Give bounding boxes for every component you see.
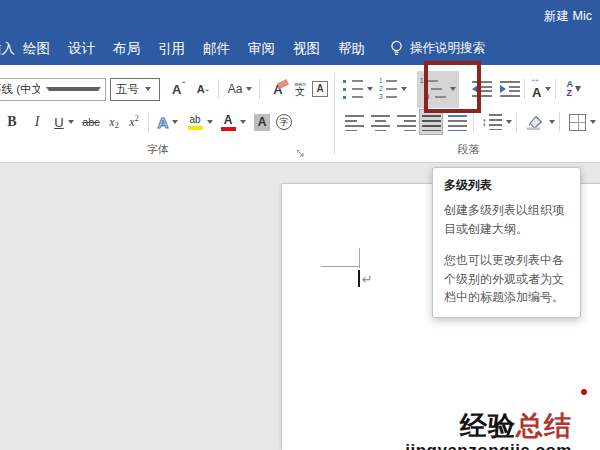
character-shading-icon: A — [254, 114, 271, 131]
word-window: 新建 Mic 插入 绘图 设计 布局 引用 邮件 审阅 视图 帮助 操作说明搜索 — [0, 0, 600, 450]
separator — [148, 112, 149, 132]
align-right-icon — [397, 114, 416, 131]
asian-layout-button[interactable]: A — [532, 77, 551, 101]
tooltip-paragraph-1: 创建多级列表以组织项目或创建大纲。 — [444, 201, 569, 238]
justify-icon — [422, 114, 441, 131]
text-effects-button[interactable]: A — [153, 110, 183, 134]
borders-button[interactable] — [569, 110, 596, 134]
sort-icon: A Z — [566, 80, 573, 98]
tab-insert-partial[interactable]: 插入 — [0, 40, 21, 58]
sort-button[interactable]: A Z — [566, 77, 581, 101]
numbering-icon: 1 2 3 — [379, 77, 397, 101]
strikethrough-button[interactable]: abc — [78, 110, 104, 134]
shrink-font-button[interactable]: Aˇ — [190, 77, 214, 101]
decrease-indent-button[interactable] — [472, 77, 492, 101]
tab-view[interactable]: 视图 — [287, 40, 326, 58]
tooltip-title: 多级列表 — [444, 177, 569, 194]
shrink-font-icon: A — [197, 83, 205, 95]
sort-arrow-icon — [575, 86, 581, 92]
bold-button[interactable]: B — [2, 110, 22, 134]
align-center-button[interactable] — [369, 110, 391, 134]
tab-references[interactable]: 引用 — [152, 40, 191, 58]
separator — [555, 79, 556, 99]
clear-formatting-button[interactable]: A — [266, 77, 290, 101]
chevron-down-icon — [545, 87, 551, 91]
tooltip-paragraph-2: 您也可以更改列表中各个级别的外观或者为文档中的标题添加编号。 — [444, 251, 569, 307]
chevron-down-icon — [172, 120, 178, 124]
font-color-button[interactable]: A — [217, 110, 249, 134]
enclose-characters-button[interactable]: 字 — [273, 110, 295, 134]
align-center-icon — [371, 114, 390, 131]
pinyin-char: 文 — [295, 87, 305, 97]
chevron-down-icon — [549, 120, 555, 124]
paragraph-group: 1 2 3 1 a i — [337, 65, 600, 162]
font-group-row1: 等线 (中文正文) 五号 Aˆ Aˇ Aa — [0, 76, 332, 102]
chevron-down-icon — [68, 120, 74, 124]
character-shading-button[interactable]: A — [251, 110, 273, 134]
chevron-down-icon — [240, 120, 246, 124]
font-dialog-launcher[interactable] — [295, 145, 306, 156]
font-group-label: 字体 — [0, 142, 332, 157]
bullets-button[interactable] — [343, 77, 373, 101]
font-size-combobox[interactable]: 五号 — [110, 78, 160, 101]
tab-design[interactable]: 设计 — [62, 40, 101, 58]
tab-mailings[interactable]: 邮件 — [197, 40, 236, 58]
text-cursor — [358, 270, 360, 287]
align-left-button[interactable] — [343, 110, 365, 134]
paragraph-group-label: 段落 — [337, 142, 600, 157]
increase-indent-icon — [500, 81, 520, 97]
chevron-down-icon — [145, 87, 151, 91]
highlight-icon: ab — [188, 115, 203, 130]
chevron-down-icon — [506, 120, 512, 124]
decrease-indent-icon — [472, 81, 492, 97]
phonetic-guide-button[interactable]: wén 文 — [290, 77, 310, 101]
increase-indent-button[interactable] — [500, 77, 520, 101]
tab-help[interactable]: 帮助 — [332, 40, 371, 58]
chevron-down-icon — [367, 87, 373, 91]
font-size-value: 五号 — [116, 82, 139, 97]
font-name-combobox[interactable]: 等线 (中文正文) — [0, 78, 106, 101]
borders-grid-icon — [569, 114, 586, 131]
separator — [218, 79, 219, 99]
paragraph-mark: ↵ — [362, 272, 373, 287]
change-case-button[interactable]: Aa — [225, 77, 255, 101]
multilevel-list-button[interactable]: 1 a i — [417, 71, 459, 108]
paint-bucket-icon — [525, 114, 545, 131]
highlight-color-bar — [188, 126, 203, 130]
underline-button[interactable]: U — [50, 110, 78, 134]
tab-layout[interactable]: 布局 — [107, 40, 146, 58]
justify-button-selected[interactable] — [419, 109, 443, 135]
align-right-button[interactable] — [395, 110, 417, 134]
numbering-button[interactable]: 1 2 3 — [379, 77, 407, 101]
watermark-site: jingyanzongjie.com — [405, 442, 572, 450]
character-border-button[interactable]: A — [310, 77, 330, 101]
text-effects-icon: A — [158, 114, 169, 131]
tab-review[interactable]: 审阅 — [242, 40, 281, 58]
line-spacing-icon — [489, 114, 502, 130]
tab-list: 绘图 设计 布局 引用 邮件 审阅 视图 帮助 — [14, 40, 374, 58]
grow-font-button[interactable]: Aˆ — [166, 77, 190, 101]
separator — [524, 79, 525, 99]
tab-draw[interactable]: 绘图 — [17, 40, 56, 58]
font-color-icon: A — [221, 114, 236, 131]
distribute-button[interactable] — [445, 110, 469, 134]
paragraph-group-row2: ↕ — [337, 109, 600, 135]
text-highlight-button[interactable]: ab — [183, 110, 217, 134]
bullets-icon — [343, 77, 363, 101]
subscript-button[interactable]: x2 — [104, 110, 124, 134]
watermark-brand: 经验总结 — [405, 413, 572, 440]
paragraph-group-row1: 1 2 3 1 a i — [337, 76, 600, 102]
superscript-button[interactable]: x2 — [124, 110, 144, 134]
tell-me-label: 操作说明搜索 — [410, 40, 485, 57]
tell-me-search[interactable]: 操作说明搜索 — [390, 40, 485, 57]
change-case-icon: Aa — [228, 82, 243, 96]
font-group-row2: B I U abc x2 x2 A — [0, 109, 332, 135]
italic-button[interactable]: I — [28, 110, 46, 134]
watermark-dot — [581, 389, 587, 395]
separator — [259, 79, 260, 99]
font-group: 等线 (中文正文) 五号 Aˆ Aˇ Aa — [0, 65, 332, 162]
shading-button[interactable] — [525, 110, 555, 134]
line-spacing-button[interactable]: ↕ — [481, 110, 512, 134]
enclose-characters-icon: 字 — [276, 114, 292, 130]
distribute-icon — [448, 114, 467, 131]
